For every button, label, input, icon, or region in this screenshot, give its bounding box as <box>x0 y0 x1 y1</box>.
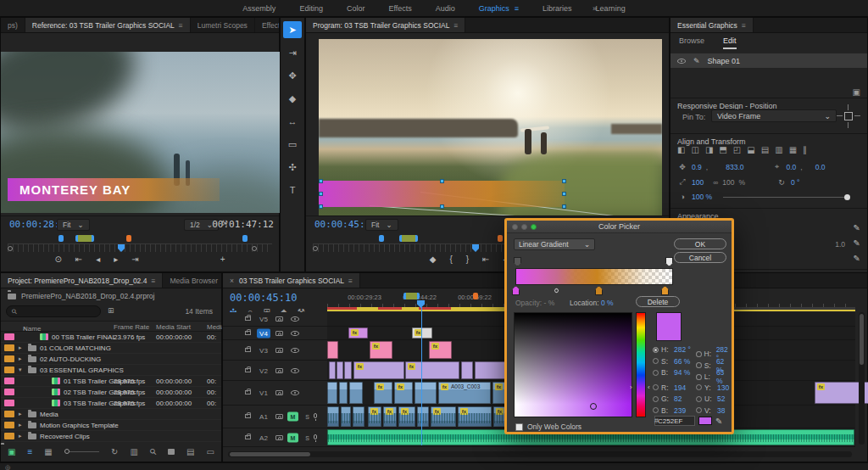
radio-button[interactable] <box>653 358 659 364</box>
shape-handle[interactable] <box>440 179 444 183</box>
razor-tool[interactable]: ◆ <box>283 90 302 107</box>
timeline-clip[interactable]: fx <box>412 327 432 339</box>
value-field[interactable]: 52 <box>717 394 725 403</box>
panel-tab-lumetri-scopes[interactable]: Lumetri Scopes <box>191 18 255 32</box>
add-button-icon[interactable]: + <box>220 255 225 264</box>
project-row-01-tsb-trailer-graphics[interactable]: 01 TSB Trailer Graphics23.976 fps00:00:0… <box>1 376 221 387</box>
timeline-vertical-scrollbar[interactable] <box>859 312 865 445</box>
pin-diagram[interactable] <box>837 104 860 128</box>
label-color-chip[interactable] <box>4 366 14 373</box>
workspace-tab-audio[interactable]: Audio <box>424 2 467 15</box>
color-stop[interactable] <box>595 286 603 295</box>
track-header-v5[interactable]: V5 <box>223 312 327 327</box>
project-row-01-color-matching[interactable]: ▸01 COLOR MATCHING <box>1 343 221 354</box>
thumbnail-zoom-slider[interactable] <box>64 451 99 452</box>
fx-badge[interactable]: fx <box>496 408 504 415</box>
timeline-clip-marker[interactable] <box>403 293 420 299</box>
delete-icon[interactable]: ▭ <box>207 447 214 456</box>
sync-lock-icon[interactable] <box>275 368 283 373</box>
reference-scrubber[interactable] <box>8 243 272 252</box>
align-middle-icon[interactable]: ◰ <box>733 145 741 154</box>
radio-button[interactable] <box>696 384 702 390</box>
scrub-end-dot[interactable] <box>252 246 257 251</box>
go-to-out-icon[interactable]: ⇥ <box>131 255 138 264</box>
new-bin-icon[interactable] <box>168 449 175 455</box>
project-column-headers[interactable]: Name ˄ Frame Rate Media Start Media <box>1 321 221 332</box>
color-stop[interactable] <box>661 286 669 295</box>
expander-icon[interactable]: ▸ <box>19 355 22 362</box>
opacity-value[interactable]: 100 % <box>692 193 712 201</box>
scale-value[interactable]: 100 <box>692 178 704 187</box>
expander-icon[interactable]: ▸ <box>19 433 22 439</box>
radio-button[interactable] <box>696 396 702 402</box>
tab-menu-icon[interactable]: ≡ <box>515 4 519 13</box>
eye-icon[interactable] <box>291 348 299 353</box>
eye-icon[interactable] <box>291 368 299 373</box>
fx-badge[interactable]: fx <box>408 363 415 370</box>
lock-icon[interactable] <box>245 414 251 418</box>
go-to-in-icon[interactable]: ⇤ <box>482 255 489 264</box>
fx-badge[interactable]: fx <box>370 408 378 415</box>
shape-handle[interactable] <box>562 192 566 196</box>
shape-handle[interactable] <box>562 179 566 183</box>
eye-icon[interactable] <box>291 331 299 336</box>
mark-out-icon[interactable]: } <box>466 255 469 264</box>
radio-button[interactable] <box>653 407 659 413</box>
project-writable-icon[interactable]: ▣ <box>8 447 15 456</box>
selection-tool[interactable]: ➤ <box>283 21 302 38</box>
radio-button[interactable] <box>653 384 659 390</box>
mark-in-icon[interactable]: { <box>449 255 452 264</box>
cancel-button[interactable]: Cancel <box>674 252 726 263</box>
marker[interactable] <box>498 235 503 242</box>
project-row-motion-graphics-template[interactable]: ▸Motion Graphics Template <box>1 420 221 431</box>
fx-badge[interactable]: fx <box>351 329 359 336</box>
sync-lock-icon[interactable] <box>275 435 283 440</box>
fx-badge[interactable]: fx <box>397 383 404 390</box>
opacity-stop[interactable] <box>514 257 521 266</box>
reference-zoom-select[interactable]: Fit⌄ <box>57 219 90 231</box>
program-video-frame[interactable] <box>319 39 662 232</box>
lock-icon[interactable] <box>245 368 251 372</box>
find-icon[interactable]: ⚲ <box>147 446 159 457</box>
eyedropper-icon[interactable]: ✎ <box>715 417 722 426</box>
value-field[interactable]: 194 <box>674 383 686 392</box>
sync-lock-icon[interactable] <box>275 390 283 395</box>
timeline-clip[interactable]: fx <box>394 382 413 404</box>
shape-handle[interactable] <box>319 179 323 183</box>
workspace-tab-assembly[interactable]: Assembly <box>231 2 287 15</box>
edit-pen-icon[interactable]: ✎ <box>693 57 700 65</box>
value-field[interactable]: 82 <box>674 394 682 403</box>
color-field-cursor[interactable] <box>590 403 597 410</box>
track-name-v5[interactable]: V5 <box>257 315 270 324</box>
radio-button[interactable] <box>696 351 702 357</box>
align-left-icon[interactable]: ◧ <box>677 145 685 154</box>
timeline-timecode[interactable]: 00:00:45:10 <box>230 292 297 304</box>
marker[interactable] <box>126 235 131 242</box>
distribute-left-icon[interactable]: ▤ <box>761 145 769 154</box>
value-field[interactable]: 130 <box>717 383 729 392</box>
go-to-in-icon[interactable]: ⇤ <box>75 255 82 264</box>
project-row-02-auto-ducking[interactable]: ▸02 AUTO-DUCKING <box>1 354 221 365</box>
location-value[interactable]: 0 % <box>601 299 614 307</box>
label-color-chip[interactable] <box>4 333 14 340</box>
slip-tool[interactable]: ↔ <box>283 113 302 130</box>
project-row-03-tsb-trailer-graphics[interactable]: 03 TSB Trailer Graphics23.976 fps00:00:0… <box>1 398 221 409</box>
value-field[interactable]: 38 <box>717 406 725 415</box>
radio-button[interactable] <box>696 374 702 380</box>
project-row-recovered-clips[interactable]: ▸Recovered Clips <box>1 431 221 442</box>
marker[interactable] <box>242 235 248 242</box>
new-item-icon[interactable]: ▤ <box>186 447 194 456</box>
mute-button[interactable]: M <box>287 412 298 422</box>
radio-button[interactable] <box>696 407 702 413</box>
timeline-clip[interactable] <box>475 361 507 379</box>
track-header-v1[interactable]: V1 <box>223 381 327 406</box>
ripple-edit-tool[interactable]: ✥ <box>283 67 302 84</box>
shape-handle[interactable] <box>440 204 444 209</box>
marker[interactable] <box>58 235 64 242</box>
timeline-clip[interactable] <box>344 361 352 379</box>
track-name-v4[interactable]: V4 <box>257 328 270 338</box>
label-color-chip[interactable] <box>4 355 14 362</box>
mute-button[interactable]: M <box>287 433 298 442</box>
timeline-clip[interactable]: fx <box>368 406 381 427</box>
workspace-tab-libraries[interactable]: Libraries <box>531 2 584 15</box>
